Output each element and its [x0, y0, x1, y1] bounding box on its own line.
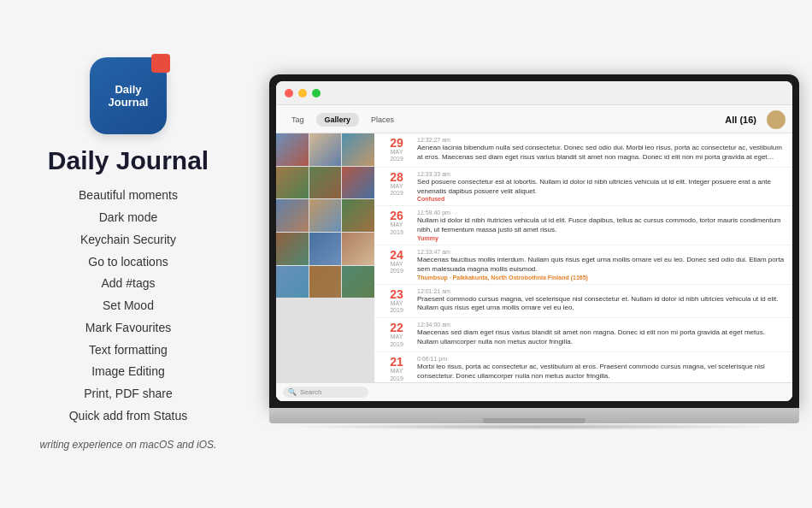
entry-body: 11:58:40 pm Nullam id dolor id nibh #utr… [417, 210, 786, 241]
entry-time: 12:32:27 am [417, 137, 786, 143]
entry-day: 22 [381, 322, 412, 334]
entry-text: Praesent commodo cursus magna, vel scele… [417, 295, 786, 314]
header-title: All (16) [725, 115, 756, 125]
feature-item: Dark mode [99, 208, 157, 228]
app-title: Daily Journal [48, 146, 209, 175]
maximize-button[interactable] [312, 89, 321, 97]
photo-cell[interactable] [276, 133, 309, 166]
close-button[interactable] [285, 89, 293, 97]
photo-cell[interactable] [342, 199, 374, 232]
entry-tag: Thumbsup · Paikkakunta, North Ostrobothn… [417, 275, 786, 281]
macbook-shadow [286, 423, 782, 430]
photo-cell[interactable] [342, 167, 374, 199]
photo-cell[interactable] [276, 199, 309, 232]
photo-cell[interactable] [342, 133, 374, 166]
entry-body: 12:32:27 am Aenean lacinia bibendum null… [417, 137, 786, 162]
feature-item: Print, PDF share [84, 384, 172, 405]
feature-item: Add #tags [101, 274, 155, 294]
tabs-row: TagGalleryPlaces All (16) [276, 105, 792, 133]
icon-line2: Journal [109, 96, 149, 109]
entry-month: MAY2019 [381, 300, 412, 315]
entry-date: 23 MAY2019 [381, 288, 412, 315]
macbook-base [269, 408, 799, 423]
photo-cell[interactable] [276, 233, 309, 265]
photo-cell[interactable] [342, 266, 374, 298]
entry-row[interactable]: 29 MAY2019 12:32:27 am Aenean lacinia bi… [374, 133, 792, 168]
feature-item: Quick add from Status [69, 406, 188, 427]
scene: Daily Journal Daily Journal Beautiful mo… [0, 0, 812, 508]
feature-item: Set Mood [103, 296, 154, 316]
photo-cell[interactable] [309, 199, 342, 232]
photo-cell[interactable] [309, 167, 342, 199]
entry-body: 0:06:11 pm Morbi leo risus, porta ac con… [417, 356, 786, 382]
entry-time: 11:58:40 pm [417, 210, 786, 216]
tab-gallery[interactable]: Gallery [316, 113, 360, 127]
app-screen: TagGalleryPlaces All (16) [276, 81, 792, 401]
entry-date: 28 MAY2019 [381, 171, 412, 198]
entry-body: 12:34:00 am Maecenas sed diam eget risus… [417, 322, 786, 347]
avatar [767, 110, 786, 129]
entries-list[interactable]: 29 MAY2019 12:32:27 am Aenean lacinia bi… [374, 133, 792, 382]
features-list: Beautiful momentsDark modeKeychain Secur… [69, 186, 188, 427]
minimize-button[interactable] [298, 89, 307, 97]
photo-cell[interactable] [309, 266, 342, 298]
feature-item: Mark Favourites [85, 318, 171, 339]
feature-item: Go to locations [88, 252, 168, 273]
entry-text: Aenean lacinia bibendum nulla sed consec… [417, 144, 786, 162]
bottom-bar: 🔍 Search [276, 382, 792, 401]
entry-body: 12:33:33 am Sed posuere consectetur est … [417, 171, 786, 203]
entry-text: Morbi leo risus, porta ac consectetur ac… [417, 363, 786, 381]
entry-row[interactable]: 22 MAY2019 12:34:00 am Maecenas sed diam… [374, 318, 792, 352]
photo-cell[interactable] [309, 233, 342, 265]
macbook: TagGalleryPlaces All (16) [269, 74, 799, 434]
photo-cell[interactable] [276, 266, 309, 298]
tagline-text: writing experience on macOS and iOS. [40, 439, 217, 451]
entry-date: 22 MAY2019 [381, 322, 412, 348]
entry-tag: Confused [417, 196, 786, 202]
entry-row[interactable]: 26 MAY2019 11:58:40 pm Nullam id dolor i… [374, 206, 792, 245]
tagline: writing experience on macOS and iOS. [40, 439, 217, 451]
tab-tag[interactable]: Tag [283, 113, 313, 127]
photo-grid [276, 133, 374, 382]
photo-cell[interactable] [309, 133, 342, 166]
entry-date: 29 MAY2019 [381, 137, 412, 163]
entry-day: 28 [381, 171, 412, 183]
entry-text: Maecenas faucibus mollis interdum. Nulla… [417, 256, 786, 275]
app-icon-text: Daily Journal [109, 83, 149, 109]
entry-date: 24 MAY2019 [381, 249, 412, 275]
entry-row[interactable]: 24 MAY2019 12:33:47 am Maecenas faucibus… [374, 245, 792, 285]
entry-row[interactable]: 23 MAY2019 12:01:21 am Praesent commodo … [374, 285, 792, 319]
left-panel: Daily Journal Daily Journal Beautiful mo… [0, 0, 256, 508]
entry-day: 26 [381, 210, 412, 222]
photo-cell[interactable] [276, 167, 309, 199]
search-icon: 🔍 [288, 388, 297, 396]
feature-item: Beautiful moments [79, 186, 178, 206]
main-content: TagGalleryPlaces All (16) [276, 105, 792, 401]
entry-month: MAY2019 [381, 222, 412, 236]
entry-month: MAY2019 [381, 334, 412, 348]
app-main: TagGalleryPlaces All (16) [276, 105, 792, 401]
feature-item: Image Editing [91, 362, 165, 382]
entry-date: 26 MAY2019 [381, 210, 412, 236]
icon-line1: Daily [109, 83, 149, 97]
search-area[interactable]: 🔍 Search [283, 387, 368, 398]
macbook-bezel: TagGalleryPlaces All (16) [276, 81, 792, 401]
macbook-screen-outer: TagGalleryPlaces All (16) [269, 74, 799, 408]
app-icon: Daily Journal [90, 57, 167, 134]
entry-time: 12:33:33 am [417, 171, 786, 177]
entry-day: 24 [381, 249, 412, 261]
entry-date: 21 MAY2019 [381, 356, 412, 382]
top-bar [276, 81, 792, 105]
entry-month: MAY2019 [381, 183, 412, 198]
search-placeholder: Search [300, 388, 321, 396]
entry-text: Maecenas sed diam eget risus varius blan… [417, 328, 786, 347]
entry-tag: Yummy [417, 235, 786, 241]
entry-month: MAY2019 [381, 261, 412, 275]
entry-text: Sed posuere consectetur est at lobortis.… [417, 178, 786, 197]
entry-time: 12:34:00 am [417, 322, 786, 328]
entry-row[interactable]: 21 MAY2019 0:06:11 pm Morbi leo risus, p… [374, 352, 792, 382]
content-area: 29 MAY2019 12:32:27 am Aenean lacinia bi… [276, 133, 792, 382]
photo-cell[interactable] [342, 233, 374, 265]
tab-places[interactable]: Places [362, 113, 403, 127]
entry-row[interactable]: 28 MAY2019 12:33:33 am Sed posuere conse… [374, 168, 792, 207]
